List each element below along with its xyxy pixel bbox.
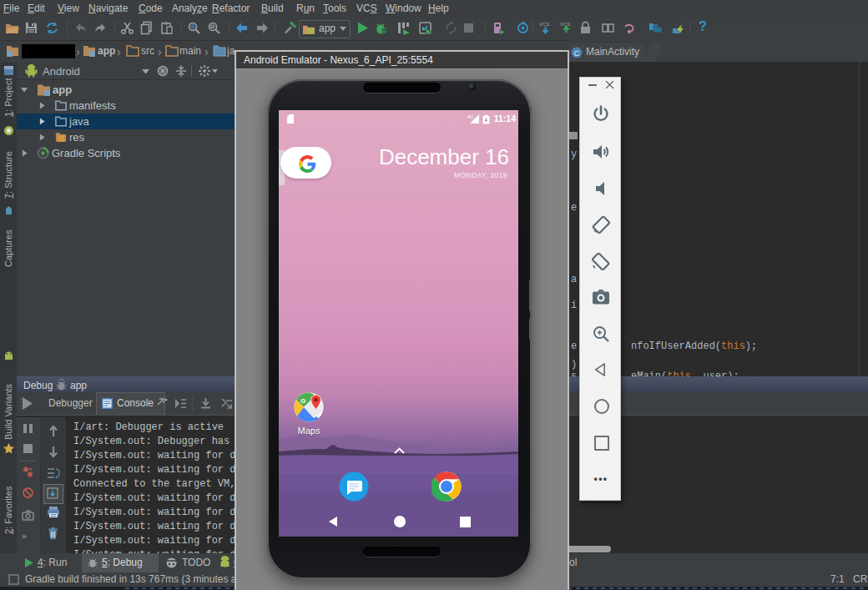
svg-text:VCS: VCS xyxy=(539,22,549,27)
svg-text:G: G xyxy=(300,397,305,405)
svg-text:4G: 4G xyxy=(467,114,473,119)
svg-text:C: C xyxy=(574,48,580,58)
svg-text:VCS: VCS xyxy=(560,22,570,27)
